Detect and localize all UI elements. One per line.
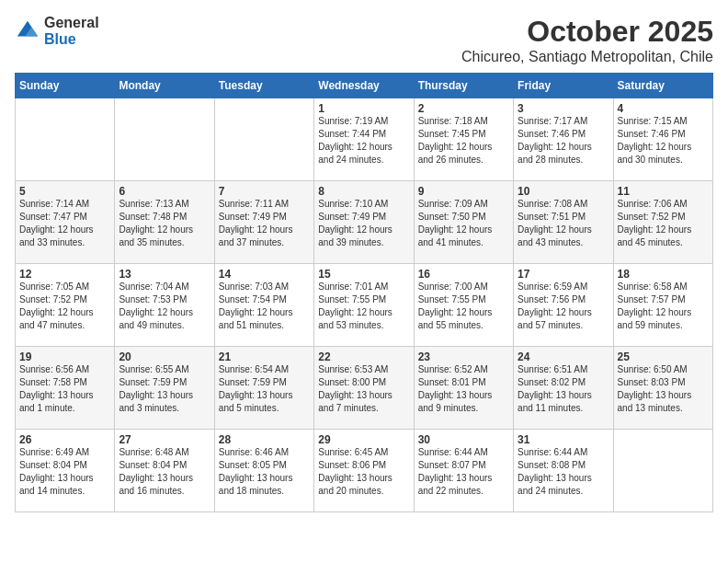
cell-info: Sunrise: 6:55 AMSunset: 7:59 PMDaylight:… bbox=[119, 363, 210, 415]
calendar-cell: 13Sunrise: 7:04 AMSunset: 7:53 PMDayligh… bbox=[115, 264, 214, 347]
day-header-wednesday: Wednesday bbox=[314, 74, 414, 98]
cell-info: Sunrise: 7:14 AMSunset: 7:47 PMDaylight:… bbox=[19, 198, 110, 249]
day-number: 26 bbox=[19, 433, 110, 446]
week-row-4: 19Sunrise: 6:56 AMSunset: 7:58 PMDayligh… bbox=[16, 347, 713, 430]
calendar-cell bbox=[16, 98, 115, 181]
week-row-5: 26Sunrise: 6:49 AMSunset: 8:04 PMDayligh… bbox=[16, 430, 713, 512]
calendar-cell: 14Sunrise: 7:03 AMSunset: 7:54 PMDayligh… bbox=[214, 264, 313, 347]
day-number: 20 bbox=[119, 350, 210, 363]
day-number: 28 bbox=[219, 433, 310, 446]
cell-info: Sunrise: 7:18 AMSunset: 7:45 PMDaylight:… bbox=[418, 115, 509, 167]
day-number: 2 bbox=[418, 102, 509, 115]
cell-info: Sunrise: 7:00 AMSunset: 7:55 PMDaylight:… bbox=[418, 281, 509, 332]
cell-info: Sunrise: 7:05 AMSunset: 7:52 PMDaylight:… bbox=[19, 281, 110, 332]
cell-info: Sunrise: 7:15 AMSunset: 7:46 PMDaylight:… bbox=[618, 115, 709, 167]
day-number: 24 bbox=[518, 350, 609, 363]
day-number: 27 bbox=[119, 433, 210, 446]
calendar-cell: 4Sunrise: 7:15 AMSunset: 7:46 PMDaylight… bbox=[613, 98, 712, 181]
calendar-cell bbox=[214, 98, 313, 181]
cell-info: Sunrise: 6:44 AMSunset: 8:08 PMDaylight:… bbox=[518, 446, 609, 498]
cell-info: Sunrise: 6:53 AMSunset: 8:00 PMDaylight:… bbox=[318, 363, 409, 415]
cell-info: Sunrise: 7:19 AMSunset: 7:44 PMDaylight:… bbox=[318, 115, 409, 167]
day-number: 23 bbox=[418, 350, 509, 363]
cell-info: Sunrise: 7:13 AMSunset: 7:48 PMDaylight:… bbox=[119, 198, 210, 249]
day-header-sunday: Sunday bbox=[16, 74, 115, 98]
cell-info: Sunrise: 6:44 AMSunset: 8:07 PMDaylight:… bbox=[418, 446, 509, 498]
calendar-cell: 20Sunrise: 6:55 AMSunset: 7:59 PMDayligh… bbox=[115, 347, 214, 430]
calendar-cell: 22Sunrise: 6:53 AMSunset: 8:00 PMDayligh… bbox=[314, 347, 414, 430]
day-number: 4 bbox=[618, 102, 709, 115]
calendar-cell bbox=[115, 98, 214, 181]
day-number: 8 bbox=[318, 185, 409, 198]
cell-info: Sunrise: 6:46 AMSunset: 8:05 PMDaylight:… bbox=[219, 446, 310, 498]
calendar-cell: 25Sunrise: 6:50 AMSunset: 8:03 PMDayligh… bbox=[613, 347, 712, 430]
cell-info: Sunrise: 6:59 AMSunset: 7:56 PMDaylight:… bbox=[518, 281, 609, 332]
page-header: General Blue October 2025 Chicureo, Sant… bbox=[15, 15, 713, 65]
calendar-cell: 8Sunrise: 7:10 AMSunset: 7:49 PMDaylight… bbox=[314, 181, 414, 264]
calendar-cell: 23Sunrise: 6:52 AMSunset: 8:01 PMDayligh… bbox=[414, 347, 513, 430]
day-header-saturday: Saturday bbox=[613, 74, 712, 98]
cell-info: Sunrise: 6:52 AMSunset: 8:01 PMDaylight:… bbox=[418, 363, 509, 415]
calendar-cell: 10Sunrise: 7:08 AMSunset: 7:51 PMDayligh… bbox=[514, 181, 613, 264]
calendar-cell: 16Sunrise: 7:00 AMSunset: 7:55 PMDayligh… bbox=[414, 264, 513, 347]
week-row-1: 1Sunrise: 7:19 AMSunset: 7:44 PMDaylight… bbox=[16, 98, 713, 181]
day-number: 6 bbox=[119, 185, 210, 198]
title-block: October 2025 Chicureo, Santiago Metropol… bbox=[461, 15, 713, 65]
day-number: 3 bbox=[518, 102, 609, 115]
calendar-cell: 26Sunrise: 6:49 AMSunset: 8:04 PMDayligh… bbox=[16, 430, 115, 512]
calendar-cell bbox=[613, 430, 712, 512]
cell-info: Sunrise: 7:10 AMSunset: 7:49 PMDaylight:… bbox=[318, 198, 409, 249]
day-headers-row: SundayMondayTuesdayWednesdayThursdayFrid… bbox=[16, 74, 713, 98]
day-number: 10 bbox=[518, 185, 609, 198]
calendar-cell: 6Sunrise: 7:13 AMSunset: 7:48 PMDaylight… bbox=[115, 181, 214, 264]
logo-blue: Blue bbox=[44, 31, 76, 47]
cell-info: Sunrise: 7:06 AMSunset: 7:52 PMDaylight:… bbox=[618, 198, 709, 249]
day-number: 9 bbox=[418, 185, 509, 198]
day-number: 29 bbox=[318, 433, 409, 446]
calendar-cell: 11Sunrise: 7:06 AMSunset: 7:52 PMDayligh… bbox=[613, 181, 712, 264]
cell-info: Sunrise: 7:17 AMSunset: 7:46 PMDaylight:… bbox=[518, 115, 609, 167]
day-number: 16 bbox=[418, 268, 509, 281]
cell-info: Sunrise: 6:45 AMSunset: 8:06 PMDaylight:… bbox=[318, 446, 409, 498]
day-header-friday: Friday bbox=[514, 74, 613, 98]
cell-info: Sunrise: 7:09 AMSunset: 7:50 PMDaylight:… bbox=[418, 198, 509, 249]
day-number: 19 bbox=[19, 350, 110, 363]
day-number: 17 bbox=[518, 268, 609, 281]
day-number: 11 bbox=[618, 185, 709, 198]
cell-info: Sunrise: 7:08 AMSunset: 7:51 PMDaylight:… bbox=[518, 198, 609, 249]
day-number: 13 bbox=[119, 268, 210, 281]
calendar-cell: 27Sunrise: 6:48 AMSunset: 8:04 PMDayligh… bbox=[115, 430, 214, 512]
calendar-cell: 18Sunrise: 6:58 AMSunset: 7:57 PMDayligh… bbox=[613, 264, 712, 347]
cell-info: Sunrise: 6:56 AMSunset: 7:58 PMDaylight:… bbox=[19, 363, 110, 415]
calendar-cell: 7Sunrise: 7:11 AMSunset: 7:49 PMDaylight… bbox=[214, 181, 313, 264]
cell-info: Sunrise: 7:03 AMSunset: 7:54 PMDaylight:… bbox=[219, 281, 310, 332]
week-row-2: 5Sunrise: 7:14 AMSunset: 7:47 PMDaylight… bbox=[16, 181, 713, 264]
calendar-cell: 15Sunrise: 7:01 AMSunset: 7:55 PMDayligh… bbox=[314, 264, 414, 347]
cell-info: Sunrise: 6:54 AMSunset: 7:59 PMDaylight:… bbox=[219, 363, 310, 415]
day-number: 21 bbox=[219, 350, 310, 363]
day-number: 12 bbox=[19, 268, 110, 281]
calendar-cell: 24Sunrise: 6:51 AMSunset: 8:02 PMDayligh… bbox=[514, 347, 613, 430]
calendar-cell: 29Sunrise: 6:45 AMSunset: 8:06 PMDayligh… bbox=[314, 430, 414, 512]
calendar-cell: 3Sunrise: 7:17 AMSunset: 7:46 PMDaylight… bbox=[514, 98, 613, 181]
calendar-cell: 2Sunrise: 7:18 AMSunset: 7:45 PMDaylight… bbox=[414, 98, 513, 181]
calendar-cell: 17Sunrise: 6:59 AMSunset: 7:56 PMDayligh… bbox=[514, 264, 613, 347]
day-header-thursday: Thursday bbox=[414, 74, 513, 98]
day-number: 31 bbox=[518, 433, 609, 446]
calendar-cell: 5Sunrise: 7:14 AMSunset: 7:47 PMDaylight… bbox=[16, 181, 115, 264]
cell-info: Sunrise: 6:58 AMSunset: 7:57 PMDaylight:… bbox=[618, 281, 709, 332]
day-number: 25 bbox=[618, 350, 709, 363]
calendar-cell: 12Sunrise: 7:05 AMSunset: 7:52 PMDayligh… bbox=[16, 264, 115, 347]
subtitle: Chicureo, Santiago Metropolitan, Chile bbox=[461, 49, 713, 65]
cell-info: Sunrise: 6:48 AMSunset: 8:04 PMDaylight:… bbox=[119, 446, 210, 498]
week-row-3: 12Sunrise: 7:05 AMSunset: 7:52 PMDayligh… bbox=[16, 264, 713, 347]
cell-info: Sunrise: 7:04 AMSunset: 7:53 PMDaylight:… bbox=[119, 281, 210, 332]
calendar-cell: 30Sunrise: 6:44 AMSunset: 8:07 PMDayligh… bbox=[414, 430, 513, 512]
day-number: 22 bbox=[318, 350, 409, 363]
logo-icon bbox=[15, 18, 40, 44]
day-number: 14 bbox=[219, 268, 310, 281]
cell-info: Sunrise: 7:01 AMSunset: 7:55 PMDaylight:… bbox=[318, 281, 409, 332]
cell-info: Sunrise: 6:50 AMSunset: 8:03 PMDaylight:… bbox=[618, 363, 709, 415]
day-header-monday: Monday bbox=[115, 74, 214, 98]
day-number: 1 bbox=[318, 102, 409, 115]
